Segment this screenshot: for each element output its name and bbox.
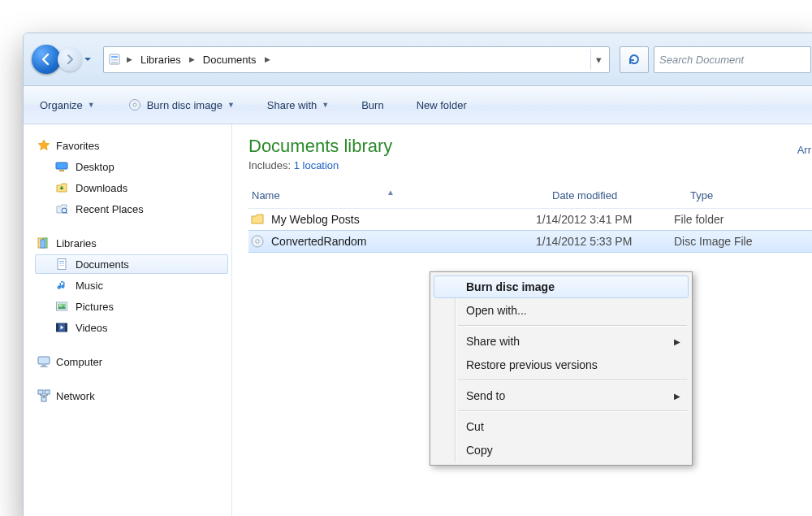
svg-rect-22 <box>38 357 50 364</box>
videos-icon <box>54 320 69 335</box>
context-menu-separator <box>458 379 687 381</box>
context-menu-item[interactable]: Burn disc image <box>434 275 689 298</box>
navigation-bar: ▶ Libraries ▶ Documents ▶ ▾ Search Docum… <box>24 33 812 86</box>
includes-line: Includes: 1 location <box>248 159 812 171</box>
sidebar-item-music[interactable]: Music <box>35 275 228 295</box>
context-menu-item[interactable]: Send to▶ <box>434 384 689 407</box>
file-row[interactable]: My Weblog Posts1/14/2012 3:41 PMFile fol… <box>248 209 812 230</box>
chevron-right-icon[interactable]: ▶ <box>188 55 197 63</box>
sidebar-item-desktop[interactable]: Desktop <box>35 157 228 176</box>
svg-rect-2 <box>111 59 118 61</box>
svg-rect-6 <box>56 163 67 169</box>
svg-point-29 <box>256 240 259 243</box>
chevron-right-icon[interactable]: ▶ <box>125 55 134 63</box>
context-menu: Burn disc imageOpen with...Share with▶Re… <box>430 271 693 466</box>
svg-rect-24 <box>40 366 48 367</box>
context-menu-item[interactable]: Open with... <box>434 299 689 322</box>
new-folder-button[interactable]: New folder <box>412 96 472 115</box>
file-date: 1/14/2012 5:33 PM <box>536 235 674 248</box>
context-menu-item[interactable]: Cut <box>434 415 689 438</box>
back-button[interactable] <box>32 45 61 74</box>
sort-indicator-icon: ▲ <box>387 188 395 197</box>
network-icon <box>37 388 51 403</box>
chevron-right-icon[interactable]: ▶ <box>263 55 272 63</box>
svg-rect-27 <box>41 397 46 401</box>
sidebar-group-favorites[interactable]: Favorites <box>35 136 228 155</box>
column-headers: ▲ Name Date modified Type <box>248 189 812 209</box>
breadcrumb-item[interactable]: Documents <box>200 48 260 72</box>
submenu-arrow-icon: ▶ <box>674 337 680 346</box>
disc-icon <box>127 98 142 112</box>
svg-rect-25 <box>38 390 43 394</box>
svg-point-5 <box>133 103 136 106</box>
sidebar-item-network[interactable]: Network <box>35 386 228 405</box>
sidebar-group-libraries[interactable]: Libraries <box>35 233 228 253</box>
sidebar-item-videos[interactable]: Videos <box>35 318 228 337</box>
svg-rect-26 <box>45 390 50 394</box>
file-row[interactable]: ConvertedRandom1/14/2012 5:33 PMDisc Ima… <box>248 230 812 253</box>
submenu-arrow-icon: ▶ <box>674 392 680 401</box>
burn-button[interactable]: Burn <box>356 96 388 115</box>
command-toolbar: Organize▼ Burn disc image▼ Share with▼ B… <box>24 86 812 124</box>
column-header-date[interactable]: Date modified <box>552 189 690 202</box>
column-header-name[interactable]: Name <box>248 189 552 202</box>
sidebar-item-documents[interactable]: Documents <box>35 254 228 274</box>
context-menu-item[interactable]: Share with▶ <box>434 330 689 353</box>
recent-places-icon <box>54 202 69 216</box>
svg-point-18 <box>59 305 62 307</box>
disc-icon <box>250 234 265 249</box>
includes-link[interactable]: 1 location <box>294 159 339 171</box>
library-icon <box>107 52 122 67</box>
burn-disc-image-button[interactable]: Burn disc image▼ <box>123 94 240 115</box>
svg-rect-23 <box>41 365 46 366</box>
page-title: Documents library <box>248 136 812 157</box>
svg-rect-1 <box>111 56 118 58</box>
computer-icon <box>37 354 51 369</box>
file-type: Disc Image File <box>674 235 812 248</box>
document-icon <box>54 257 69 271</box>
refresh-button[interactable] <box>620 46 649 73</box>
organize-menu[interactable]: Organize▼ <box>35 96 100 115</box>
music-icon <box>54 278 69 293</box>
search-placeholder: Search Document <box>659 54 744 66</box>
desktop-icon <box>54 159 69 174</box>
nav-buttons <box>32 45 93 74</box>
navigation-pane: Favorites Desktop Downloads Recent Place… <box>24 124 232 516</box>
breadcrumb-item[interactable]: Libraries <box>137 48 184 72</box>
search-input[interactable]: Search Document <box>654 46 811 73</box>
forward-button[interactable] <box>58 47 82 72</box>
file-name: My Weblog Posts <box>271 213 360 226</box>
arrange-by[interactable]: Arr <box>797 144 811 156</box>
svg-rect-13 <box>59 261 64 262</box>
svg-rect-20 <box>57 323 59 332</box>
file-list: My Weblog Posts1/14/2012 3:41 PMFile fol… <box>248 209 812 253</box>
sidebar-item-pictures[interactable]: Pictures <box>35 297 228 316</box>
file-date: 1/14/2012 3:41 PM <box>536 213 674 226</box>
context-menu-item[interactable]: Restore previous versions <box>434 353 689 376</box>
star-icon <box>37 138 51 153</box>
column-header-type[interactable]: Type <box>690 189 812 202</box>
folder-icon <box>250 212 265 227</box>
file-type: File folder <box>674 213 812 226</box>
sidebar-item-computer[interactable]: Computer <box>35 352 228 371</box>
svg-rect-3 <box>111 62 118 63</box>
address-dropdown[interactable]: ▾ <box>590 50 606 70</box>
file-name: ConvertedRandom <box>271 235 367 248</box>
context-menu-separator <box>458 325 687 327</box>
history-dropdown[interactable] <box>82 46 93 73</box>
downloads-icon <box>54 180 69 195</box>
libraries-icon <box>37 236 51 250</box>
share-with-menu[interactable]: Share with▼ <box>262 96 334 115</box>
sidebar-item-downloads[interactable]: Downloads <box>35 178 228 197</box>
svg-rect-21 <box>65 323 67 332</box>
pictures-icon <box>54 299 69 314</box>
context-menu-item[interactable]: Copy <box>434 439 689 462</box>
svg-rect-14 <box>59 263 64 264</box>
sidebar-item-recent-places[interactable]: Recent Places <box>35 199 228 219</box>
context-menu-separator <box>458 410 687 412</box>
svg-rect-15 <box>59 265 64 266</box>
address-bar[interactable]: ▶ Libraries ▶ Documents ▶ ▾ <box>103 46 610 73</box>
svg-rect-7 <box>59 170 64 171</box>
svg-rect-11 <box>41 240 45 248</box>
